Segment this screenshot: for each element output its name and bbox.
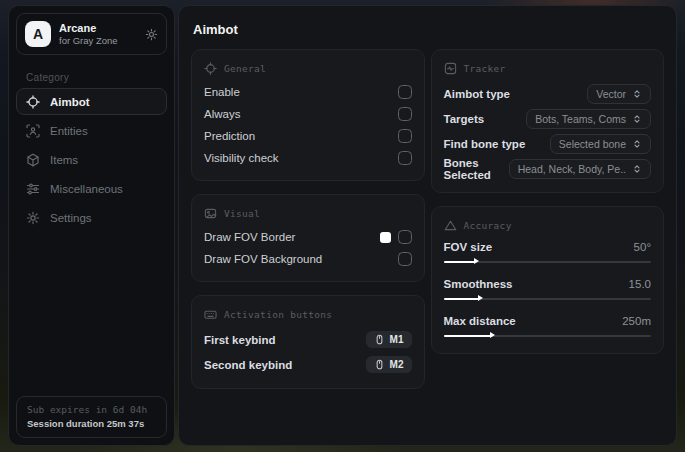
card-title: Visual xyxy=(224,208,260,219)
setting-label: Find bone type xyxy=(444,138,526,150)
image-icon xyxy=(204,207,217,220)
setting-row: Draw FOV Background xyxy=(204,248,412,270)
card-title: Tracker xyxy=(464,63,506,74)
activation-buttons-card: Activation buttons First keybind M1 Seco… xyxy=(191,295,425,389)
max-distance-slider[interactable] xyxy=(444,332,652,340)
targets-dropdown[interactable]: Bots, Teams, Coms xyxy=(526,109,651,129)
bones-selected-dropdown[interactable]: Head, Neck, Body, Pe.. xyxy=(509,159,651,179)
smoothness-slider[interactable] xyxy=(444,295,652,303)
keybind-value: M2 xyxy=(390,359,404,370)
page-title: Aimbot xyxy=(193,22,664,37)
dropdown-value: Vector xyxy=(596,88,626,100)
setting-row: Draw FOV Border xyxy=(204,226,412,248)
crosshair-icon xyxy=(204,62,217,75)
app-subtitle: for Gray Zone xyxy=(59,35,118,47)
crosshair-icon xyxy=(26,95,40,109)
setting-label: Second keybind xyxy=(204,359,292,371)
slider-fill xyxy=(444,261,475,264)
category-label: Category xyxy=(26,72,174,83)
setting-row: Prediction xyxy=(204,125,412,147)
dropdown-value: Bots, Teams, Coms xyxy=(535,113,626,125)
setting-label: Draw FOV Border xyxy=(204,231,295,243)
app-logo: A xyxy=(25,21,51,47)
visibility-check-checkbox[interactable] xyxy=(398,151,412,165)
sidebar-item-label: Items xyxy=(50,154,78,166)
setting-label: FOV size xyxy=(444,241,493,253)
dropdown-value: Selected bone xyxy=(559,138,626,150)
draw-fov-background-checkbox[interactable] xyxy=(398,252,412,266)
sidebar-item-miscellaneous[interactable]: Miscellaneous xyxy=(16,175,167,202)
mouse-icon xyxy=(374,359,385,370)
chevron-up-down-icon xyxy=(632,139,642,149)
sliders-icon xyxy=(26,182,40,196)
subscription-info: Sub expires in 6d 04h Session duration 2… xyxy=(16,396,167,438)
slider-fill xyxy=(444,335,492,338)
always-checkbox[interactable] xyxy=(398,107,412,121)
chevron-up-down-icon xyxy=(632,164,642,174)
person-scan-icon xyxy=(26,124,40,138)
setting-label: Visibility check xyxy=(204,152,279,164)
setting-row: Second keybind M2 xyxy=(204,352,412,377)
sidebar-item-label: Entities xyxy=(50,125,88,137)
setting-label: Targets xyxy=(444,113,485,125)
setting-label: Enable xyxy=(204,86,240,98)
setting-row: First keybind M1 xyxy=(204,327,412,352)
first-keybind-button[interactable]: M1 xyxy=(366,331,412,348)
dropdown-value: Head, Neck, Body, Pe.. xyxy=(518,163,626,175)
sidebar: A Arcane for Gray Zone Category Aimbot E… xyxy=(8,5,175,446)
enable-checkbox[interactable] xyxy=(398,85,412,99)
setting-row: Visibility check xyxy=(204,147,412,169)
setting-value: 250m xyxy=(622,315,651,327)
sidebar-item-settings[interactable]: Settings xyxy=(16,204,167,231)
setting-row: Smoothness 15.0 xyxy=(444,275,652,303)
aimbot-type-dropdown[interactable]: Vector xyxy=(587,84,651,104)
chevron-up-down-icon xyxy=(632,114,642,124)
main-panel: Aimbot General Enable Always Predict xyxy=(178,5,677,446)
second-keybind-button[interactable]: M2 xyxy=(366,356,412,373)
slider-handle[interactable] xyxy=(478,295,483,301)
setting-value: 50° xyxy=(634,241,651,253)
keyboard-icon xyxy=(204,308,217,321)
draw-fov-border-checkbox[interactable] xyxy=(398,230,412,244)
setting-label: First keybind xyxy=(204,334,276,346)
card-title: Accuracy xyxy=(464,220,512,231)
keybind-value: M1 xyxy=(390,334,404,345)
chevron-up-down-icon xyxy=(632,89,642,99)
sidebar-item-label: Miscellaneous xyxy=(50,183,123,195)
sidebar-item-items[interactable]: Items xyxy=(16,146,167,173)
prediction-checkbox[interactable] xyxy=(398,129,412,143)
find-bone-type-dropdown[interactable]: Selected bone xyxy=(550,134,651,154)
sidebar-item-label: Aimbot xyxy=(50,96,90,108)
app-name: Arcane xyxy=(59,22,118,35)
general-card: General Enable Always Prediction Visibil… xyxy=(191,49,425,181)
mouse-icon xyxy=(374,334,385,345)
activity-icon xyxy=(444,62,457,75)
header-gear-icon[interactable] xyxy=(145,28,158,41)
sidebar-item-label: Settings xyxy=(50,212,92,224)
triangle-icon xyxy=(444,219,457,232)
sidebar-item-entities[interactable]: Entities xyxy=(16,117,167,144)
sidebar-item-aimbot[interactable]: Aimbot xyxy=(16,88,167,115)
sidebar-nav: Aimbot Entities Items Miscellaneous Sett… xyxy=(9,88,174,231)
setting-label: Draw FOV Background xyxy=(204,253,322,265)
fov-size-slider[interactable] xyxy=(444,258,652,266)
visual-card: Visual Draw FOV Border Draw FOV Backgrou… xyxy=(191,194,425,282)
setting-label: Aimbot type xyxy=(444,88,510,100)
setting-label: Always xyxy=(204,108,240,120)
setting-row: Find bone type Selected bone xyxy=(444,131,652,156)
setting-row: Bones Selected Head, Neck, Body, Pe.. xyxy=(444,156,652,181)
card-title: Activation buttons xyxy=(224,309,332,320)
card-title: General xyxy=(224,63,266,74)
setting-row: Max distance 250m xyxy=(444,312,652,340)
setting-label: Prediction xyxy=(204,130,255,142)
fov-border-color-swatch[interactable] xyxy=(380,232,391,243)
setting-label: Smoothness xyxy=(444,278,513,290)
cube-icon xyxy=(26,153,40,167)
session-duration-text: Session duration 25m 37s xyxy=(27,418,156,429)
accuracy-card: Accuracy FOV size 50° Smoothness xyxy=(431,206,665,354)
app-header: A Arcane for Gray Zone xyxy=(16,13,167,55)
slider-handle[interactable] xyxy=(474,258,479,264)
slider-handle[interactable] xyxy=(490,332,495,338)
setting-row: FOV size 50° xyxy=(444,238,652,266)
tracker-card: Tracker Aimbot type Vector Targets Bots,… xyxy=(431,49,665,193)
